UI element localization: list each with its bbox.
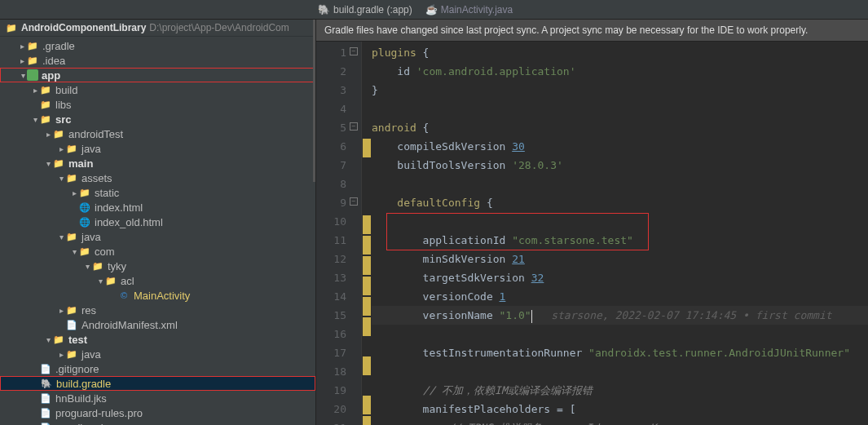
code-line[interactable]: // TPNS 推送服务 accessId, accessKey <box>372 418 868 425</box>
line-number: 15 <box>316 306 346 325</box>
tree-item[interactable]: ▾📁assets <box>0 170 315 185</box>
chevron-right-icon[interactable]: ▸ <box>18 42 26 51</box>
change-mark <box>362 139 372 157</box>
tree-item-label: .idea <box>42 55 65 67</box>
chevron-down-icon[interactable]: ▾ <box>83 262 91 271</box>
tree-item[interactable]: ▾📁java <box>0 229 315 244</box>
fold-icon[interactable]: − <box>350 122 358 131</box>
tree-item[interactable]: ▾📁com <box>0 244 315 259</box>
line-number: 20 <box>316 400 346 418</box>
code-line[interactable]: minSdkVersion 21 <box>372 250 868 268</box>
tree-item[interactable]: ▸📁.gradle <box>0 38 315 53</box>
html-icon: 🌐 <box>78 201 91 214</box>
code-line[interactable]: compileSdkVersion 30 <box>372 137 868 156</box>
fold-icon[interactable]: − <box>350 47 358 55</box>
class-icon: © <box>117 289 130 302</box>
code-line[interactable] <box>372 325 868 343</box>
tree-item[interactable]: ·📄hnBuild.jks <box>0 391 315 405</box>
project-tree[interactable]: ▸📁.gradle▸📁.idea▾app▸📁build·📁libs▾📁src▸📁… <box>0 37 315 425</box>
tree-item[interactable]: ▸📁static <box>0 185 315 200</box>
code-line[interactable]: buildToolsVersion '28.0.3' <box>372 156 868 175</box>
tree-item[interactable]: ·©MainActivity <box>0 288 315 303</box>
chevron-down-icon[interactable]: ▾ <box>96 277 104 286</box>
tab-main-activity[interactable]: ☕ MainActivity.java <box>425 4 513 15</box>
tree-item[interactable]: ▸📁res <box>0 303 315 317</box>
code-line[interactable]: versionCode 1 <box>372 287 868 306</box>
line-number: 1− <box>316 43 346 62</box>
chevron-down-icon[interactable]: ▾ <box>44 335 52 344</box>
chevron-right-icon[interactable]: ▸ <box>31 86 39 95</box>
fold-icon[interactable]: − <box>350 197 358 206</box>
code-line[interactable] <box>372 362 868 381</box>
code-line[interactable] <box>372 100 868 118</box>
chevron-right-icon[interactable]: ▸ <box>44 130 52 139</box>
code-line[interactable]: } <box>372 81 868 100</box>
change-mark <box>362 317 372 336</box>
chevron-down-icon[interactable]: ▾ <box>31 115 39 124</box>
line-number: 10 <box>316 212 346 231</box>
code-line[interactable]: android { <box>372 118 868 137</box>
fld-icon: 📁 <box>26 39 39 52</box>
code-editor[interactable]: 1−2345−6789−101112131415161718192021 plu… <box>316 42 868 425</box>
tree-item[interactable]: ·📄xuexibao.keys <box>0 420 315 425</box>
chevron-down-icon[interactable]: ▾ <box>19 71 27 80</box>
tree-item[interactable]: ·🌐index_old.html <box>0 215 315 229</box>
code-line[interactable]: testInstrumentationRunner "androidx.test… <box>372 343 868 362</box>
change-mark <box>362 356 372 375</box>
fld-icon: 📁 <box>52 127 65 140</box>
tree-item[interactable]: ▸📁.idea <box>0 53 315 68</box>
chevron-down-icon[interactable]: ▾ <box>70 247 78 256</box>
line-number: 9− <box>316 193 346 212</box>
sync-banner[interactable]: Gradle files have changed since last pro… <box>316 20 868 42</box>
tree-item-label: build.gradle <box>56 378 111 390</box>
project-path: D:\project\App-Dev\AndroidCom <box>149 22 289 33</box>
chevron-right-icon[interactable]: ▸ <box>57 350 65 359</box>
code-line[interactable]: defaultConfig { <box>372 193 868 212</box>
chevron-right-icon[interactable]: ▸ <box>70 188 78 197</box>
tree-item[interactable]: ·📄AndroidManifest.xml <box>0 317 315 332</box>
tree-item[interactable]: ▾📁test <box>0 332 315 347</box>
tree-item[interactable]: ·📁libs <box>0 97 315 112</box>
line-number: 17 <box>316 343 346 362</box>
chevron-right-icon[interactable]: ▸ <box>18 56 26 65</box>
tree-item[interactable]: ▸📁androidTest <box>0 126 315 141</box>
chevron-right-icon[interactable]: ▸ <box>57 144 65 153</box>
code-line[interactable] <box>372 175 868 193</box>
code-line[interactable]: applicationId "com.starsone.test" <box>372 231 868 250</box>
tree-item[interactable]: ·🐘build.gradle <box>0 376 315 391</box>
fld-icon: 📁 <box>65 303 78 317</box>
line-number: 2 <box>316 62 346 81</box>
tree-item[interactable]: ·📄proguard-rules.pro <box>0 405 315 420</box>
tree-item[interactable]: ·🌐index.html <box>0 200 315 215</box>
tree-item[interactable]: ▾📁acl <box>0 273 315 288</box>
code-line[interactable]: id 'com.android.application' <box>372 62 868 81</box>
fld-icon: 📁 <box>52 333 65 346</box>
tree-item[interactable]: ▾📁src <box>0 112 315 126</box>
chevron-down-icon[interactable]: ▾ <box>57 174 65 183</box>
editor-tabs: 🐘 build.gradle (:app) ☕ MainActivity.jav… <box>0 0 868 20</box>
tree-item[interactable]: ·📄.gitignore <box>0 361 315 376</box>
tree-item[interactable]: ▾📁tyky <box>0 259 315 273</box>
tree-item[interactable]: ▸📁build <box>0 82 315 97</box>
change-mark <box>362 62 372 81</box>
code-line[interactable]: plugins { <box>372 43 868 62</box>
chevron-down-icon[interactable]: ▾ <box>57 232 65 241</box>
tree-item[interactable]: ▸📁java <box>0 347 315 361</box>
tree-item[interactable]: ▾📁main <box>0 156 315 170</box>
code-line[interactable]: versionName "1.0" starsone, 2022-02-07 1… <box>372 306 868 325</box>
tree-item[interactable]: ▸📁java <box>0 141 315 156</box>
chevron-down-icon[interactable]: ▾ <box>44 159 52 168</box>
change-mark <box>362 416 372 425</box>
tree-item[interactable]: ▾app <box>0 68 315 82</box>
code-body[interactable]: plugins { id 'com.android.application'}a… <box>372 42 868 425</box>
code-line[interactable]: // 不加，依赖IM或编译会编译报错 <box>372 381 868 400</box>
scrollbar[interactable] <box>313 20 315 182</box>
file-icon: 📄 <box>39 421 52 425</box>
java-icon: ☕ <box>425 4 438 15</box>
tree-item-label: .gitignore <box>55 363 99 375</box>
tab-build-gradle[interactable]: 🐘 build.gradle (:app) <box>318 4 412 15</box>
code-line[interactable]: manifestPlaceholders = [ <box>372 400 868 418</box>
code-line[interactable]: targetSdkVersion 32 <box>372 268 868 287</box>
chevron-right-icon[interactable]: ▸ <box>57 306 65 315</box>
code-line[interactable] <box>372 212 868 231</box>
